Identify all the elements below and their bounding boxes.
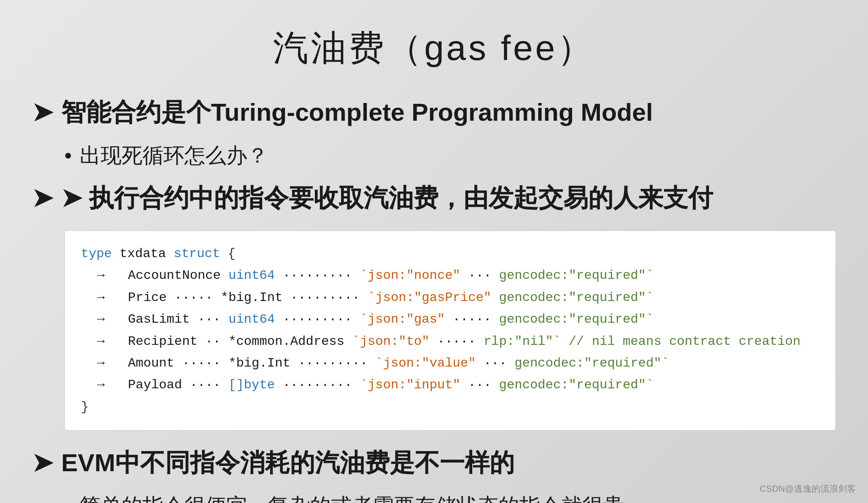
code-block: type txdata struct { → AccountNonce uint… [81,243,819,418]
code-block-wrapper: type txdata struct { → AccountNonce uint… [64,231,836,431]
content-area: ➤ 智能合约是个Turing-complete Programming Mode… [32,96,836,503]
bullet-evm: ➤ EVM中不同指令消耗的汽油费是不一样的 [32,447,836,479]
sub-dot-1: • [64,141,72,170]
slide-title: 汽油费（gas fee） [32,24,836,72]
code-struct-keyword: struct [174,243,220,265]
code-footer: } [81,396,819,418]
bullet-arrow-2: ➤ [32,182,53,214]
bullet-turing: ➤ 智能合约是个Turing-complete Programming Mode… [32,96,836,129]
code-row-amount: → Amount ····· *big.Int ········· `json:… [97,353,819,374]
code-type-keyword: type [81,243,112,265]
sub-text-2: 简单的指令很便宜，复杂的或者需要存储状态的指令就很贵 [80,491,624,503]
code-header: type txdata struct { [81,243,819,265]
sub-text-1: 出现死循环怎么办？ [80,141,268,170]
code-row-account-nonce: → AccountNonce uint64 ········· `json:"n… [97,265,819,287]
code-row-price: → Price ····· *big.Int ········· `json:"… [97,287,819,309]
watermark: CSDN@逃逸的流浪剑客 [760,483,856,495]
turing-complete-bold: Turing-complete Programming Model [211,98,653,126]
bullet-turing-text: 智能合约是个Turing-complete Programming Model [61,96,653,129]
code-struct-name: txdata [120,243,166,265]
bullet-infinite-loop: • 出现死循环怎么办？ [64,141,836,170]
code-row-recipient: → Recipient ·· *common.Address `json:"to… [97,331,819,353]
evm-bold: EVM [61,449,115,476]
code-row-payload: → Payload ···· []byte ········· `json:"i… [97,374,819,396]
bullet-gas-fee: ➤ ➤ 执行合约中的指令要收取汽油费，由发起交易的人来支付 [32,182,836,214]
bullet-gas-fee-text: ➤ 执行合约中的指令要收取汽油费，由发起交易的人来支付 [61,182,713,214]
code-row-gas-limit: → GasLimit ··· uint64 ········· `json:"g… [97,309,819,330]
bullet-arrow-3: ➤ [32,447,53,479]
bullet-evm-text: EVM中不同指令消耗的汽油费是不一样的 [61,447,515,479]
bullet-arrow-1: ➤ [32,96,53,129]
bullet-simple-complex: • 简单的指令很便宜，复杂的或者需要存储状态的指令就很贵 [64,491,836,503]
sub-dot-2: • [64,491,72,503]
